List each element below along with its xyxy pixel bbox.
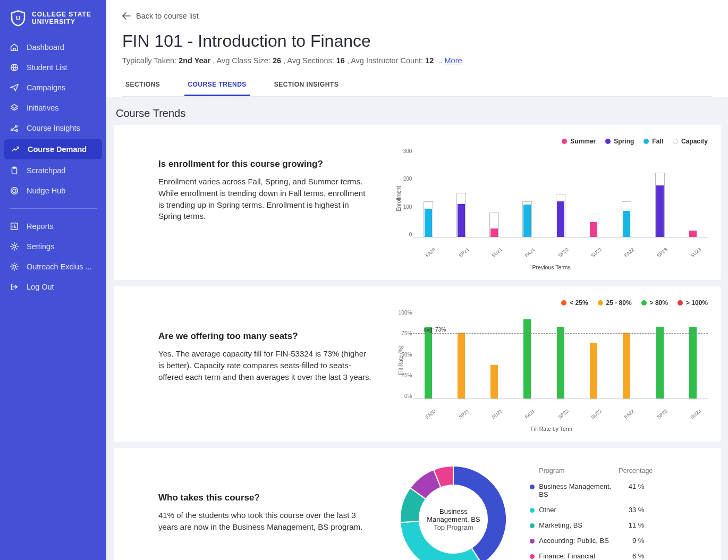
svg-point-7 (11, 188, 18, 194)
card3-question: Who takes this course? (158, 493, 371, 503)
main: Back to course list FIN 101 - Introducti… (106, 0, 728, 560)
card1-body: Enrollment varies across Fall, Spring, a… (158, 176, 371, 222)
fill-rate-bar (656, 327, 664, 398)
bar-group (415, 310, 441, 398)
sidebar-item-initiatives[interactable]: Initiatives (0, 98, 106, 118)
program-swatch (530, 523, 535, 528)
sidebar-item-label: Course Insights (27, 124, 80, 132)
sidebar-item-label: Campaigns (27, 83, 65, 92)
program-table: Program Percentage Business Management, … (530, 467, 644, 561)
enrollment-bar (425, 209, 432, 237)
fill-rate-bar (523, 319, 531, 398)
back-link[interactable]: Back to course list (122, 12, 199, 20)
sidebar-item-settings[interactable]: Settings (0, 236, 106, 257)
legend-swatch (598, 300, 603, 306)
bar-group (581, 310, 606, 398)
bar-group (448, 310, 474, 398)
brand-line2: UNIVERSITY (32, 18, 91, 26)
enrollment-bar (490, 228, 498, 237)
layers-icon (10, 103, 19, 113)
sidebar-item-label: Reports (27, 222, 54, 231)
bar-group (481, 148, 507, 237)
card2-question: Are we offering too many seats? (158, 331, 371, 342)
svg-point-10 (13, 245, 15, 248)
sidebar-item-dashboard[interactable]: Dashboard (0, 37, 106, 57)
sidebar-item-nudge-hub[interactable]: Nudge Hub (0, 181, 106, 201)
program-donut-chart: Business Management, BS Top Program (395, 461, 512, 560)
program-name: Marketing, BS (539, 521, 619, 529)
sidebar-item-label: Initiatives (27, 104, 58, 112)
enrollment-chart: Enrollment 3002001000 FA20SP21SU21FA21SP… (413, 148, 708, 249)
sidebar-item-reports[interactable]: Reports (0, 216, 106, 236)
sidebar-item-student-list[interactable]: Student List (0, 57, 106, 78)
home-icon (10, 43, 19, 52)
sidebar-item-log-out[interactable]: Log Out (0, 277, 106, 297)
legend-swatch (562, 139, 567, 144)
sidebar-item-label: Log Out (27, 283, 54, 291)
svg-text:U: U (16, 15, 20, 21)
program-name: Business Management, BS (539, 482, 619, 498)
chart2-legend: < 25%25 - 80%> 80%> 100% (395, 299, 708, 307)
fill-rate-chart: Fill Rate (%) 100%75%50%25%0% FA20SP21SU… (413, 310, 708, 411)
donut-center-label: Business Management, BS (424, 507, 482, 523)
brand-line1: COLLEGE STATE (32, 11, 91, 18)
program-row: Accounting: Public, BS9 % (530, 533, 644, 548)
send-icon (10, 83, 19, 92)
svg-point-11 (13, 265, 15, 268)
legend-swatch (561, 300, 566, 306)
logout-icon (10, 282, 19, 292)
sidebar-divider (10, 208, 97, 209)
program-swatch (530, 485, 535, 489)
chart2-xlabel: Fill Rate by Term (395, 426, 708, 432)
sidebar-item-campaigns[interactable]: Campaigns (0, 78, 106, 98)
legend-swatch (644, 139, 649, 144)
card-enrollment-trend: Is enrollment for this course growing? E… (114, 125, 721, 280)
legend-item: < 25% (561, 299, 588, 307)
enrollment-bar (557, 201, 564, 237)
sidebar-item-label: Student List (27, 63, 67, 72)
enrollment-bar (623, 211, 630, 237)
sidebar-item-outreach-exclus[interactable]: Outreach Exclus ... (0, 257, 106, 277)
bar-group (647, 310, 672, 398)
bar-group (614, 310, 639, 398)
enrollment-bar (656, 185, 664, 237)
enrollment-bar (458, 204, 465, 237)
chart1-xlabel: Previous Terms (395, 264, 708, 270)
avg-label: avg: 73% (424, 327, 446, 333)
program-swatch (530, 508, 535, 513)
tab-section-insights[interactable]: SECTION INSIGHTS (271, 75, 342, 96)
tab-sections[interactable]: SECTIONS (122, 75, 163, 96)
course-meta: Typically Taken: 2nd Year , Avg Class Si… (122, 56, 712, 65)
legend-swatch (605, 139, 611, 144)
sidebar-item-label: Scratchpad (27, 166, 65, 175)
sidebar-item-course-insights[interactable]: Course Insights (0, 118, 106, 138)
bar-group (647, 148, 672, 237)
bar-group (581, 148, 606, 237)
fill-rate-bar (458, 333, 465, 398)
section-title: Course Trends (114, 104, 721, 125)
svg-point-8 (13, 189, 16, 192)
program-pct: 41 % (619, 482, 644, 490)
percentage-col-header: Percentage (619, 467, 644, 474)
sidebar-item-label: Settings (27, 242, 54, 251)
legend-item: > 80% (641, 299, 668, 307)
sidebar-item-label: Dashboard (27, 43, 64, 52)
sidebar-item-label: Course Demand (28, 145, 87, 154)
avg-line (413, 333, 708, 334)
legend-swatch (678, 300, 683, 306)
program-name: Accounting: Public, BS (539, 537, 619, 545)
sidebar-item-label: Nudge Hub (27, 186, 65, 195)
sidebar-item-course-demand[interactable]: Course Demand (4, 139, 102, 159)
tab-course-trends[interactable]: COURSE TRENDS (184, 75, 250, 96)
page-header: Back to course list FIN 101 - Introducti… (106, 0, 728, 97)
more-link[interactable]: More (444, 56, 462, 65)
program-pct: 11 % (619, 521, 644, 529)
enrollment-bar (523, 205, 531, 237)
bar-group (514, 148, 540, 237)
sidebar-item-scratchpad[interactable]: Scratchpad (0, 160, 106, 181)
globe-icon (10, 63, 19, 72)
bar-group (481, 310, 507, 398)
legend-item: Fall (644, 138, 663, 145)
sidebar-item-label: Outreach Exclus ... (27, 262, 92, 271)
bar-group (680, 310, 706, 398)
